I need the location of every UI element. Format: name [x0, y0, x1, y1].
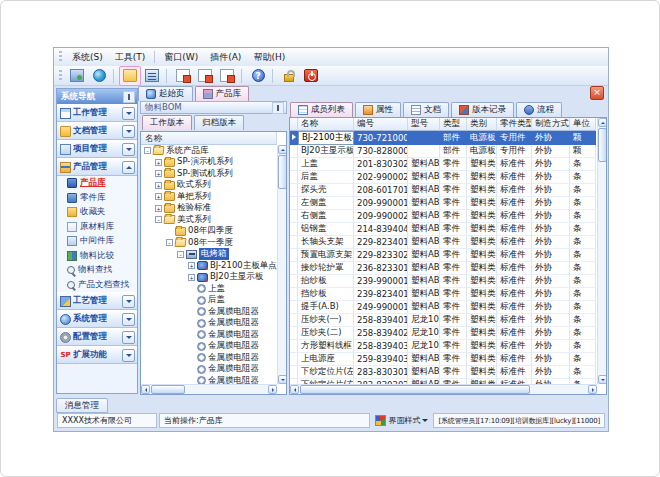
toolbar-button[interactable] [278, 66, 300, 86]
toolbar-button[interactable] [241, 69, 244, 83]
table-row[interactable]: 挡纱板 239-823401-00X 塑料ABS 零件 塑料类 标准件 外协 条 [290, 288, 596, 301]
member-panel-tab[interactable]: 属性 [355, 102, 401, 117]
table-row[interactable]: 压纱夹(二) 258-839402-00X 尼龙1010 零件 塑料类 标准件 … [290, 327, 596, 340]
column-header-category[interactable]: 类别 [467, 118, 497, 131]
bom-version-tab[interactable]: 归档版本 [194, 115, 244, 130]
document-tab[interactable]: 起始页 [138, 86, 193, 101]
scroll-left-icon[interactable] [141, 385, 150, 394]
column-header-mfg[interactable]: 制造方式 [532, 118, 570, 131]
scroll-up-icon[interactable] [598, 118, 607, 127]
scroll-left-icon[interactable] [290, 385, 299, 394]
tree-expander-icon[interactable]: + [155, 182, 162, 189]
tree-item[interactable]: - 电烤箱 [141, 249, 277, 261]
table-horizontal-scrollbar[interactable] [290, 384, 597, 394]
sidebar-group-bar[interactable]: SP 扩展功能 [57, 346, 137, 364]
table-row[interactable]: 上电源座 259-839403-00X 塑料ABS 零件 塑料类 标准件 外协 … [290, 353, 596, 366]
tree-expander-icon[interactable]: - [177, 251, 184, 258]
table-row[interactable]: 预置电源支架 229-823302-00X 塑料ABS 零件 塑料类 标准件 外… [290, 249, 596, 262]
message-tab[interactable]: 消息管理 [56, 398, 108, 413]
chevron-down-icon[interactable] [122, 143, 135, 156]
chevron-down-icon[interactable] [122, 313, 135, 326]
sidebar-item[interactable]: 原材料库 [57, 220, 137, 235]
column-header-unit[interactable]: 单位 [570, 118, 596, 131]
column-header-type[interactable]: 类型 [440, 118, 467, 131]
column-header-name[interactable]: 名称 [298, 118, 354, 131]
column-header-part-type[interactable]: 零件类型 [497, 118, 532, 131]
tree-expander-icon[interactable]: - [166, 239, 173, 246]
toolbar-button[interactable] [166, 69, 169, 83]
tree-item[interactable]: + SP-测试机系列 [141, 168, 277, 180]
scroll-down-icon[interactable] [598, 375, 607, 384]
sidebar-group-bar[interactable]: 文档管理 [57, 122, 137, 140]
tree-column-header[interactable]: 名称 [141, 132, 277, 145]
tree-item[interactable]: 金属膜电阻器 [141, 329, 277, 341]
menu-window[interactable]: 窗口(W) [158, 49, 204, 66]
tree-vertical-scrollbar[interactable] [277, 145, 286, 384]
toolbar-button[interactable] [141, 66, 163, 86]
member-panel-tab[interactable]: 流程 [516, 102, 562, 117]
sidebar-item[interactable]: 物料比较 [57, 249, 137, 264]
menu-help[interactable]: 帮助(H) [247, 49, 291, 66]
tree-item[interactable]: - 08年一季度 [141, 237, 277, 249]
sidebar-group-bar[interactable]: 工艺管理 [57, 292, 137, 310]
table-row[interactable]: 右侧盖 209-990002-01X 塑料ABS 零件 塑料类 标准件 外协 条 [290, 210, 596, 223]
tree-expander-icon[interactable]: + [155, 159, 162, 166]
tree-item[interactable]: 金属膜电阻器 [141, 364, 277, 376]
sidebar-item[interactable]: 产品库 [57, 176, 137, 191]
tree-item[interactable]: + 单把系列 [141, 191, 277, 203]
toolbar-button[interactable] [66, 66, 88, 86]
sidebar-group-bar[interactable]: 配置管理 [57, 328, 137, 346]
sidebar-item[interactable]: 产品文档查找 [57, 278, 137, 293]
table-row[interactable]: 压纱夹(一) 258-839401-00X 尼龙1010 零件 塑料类 标准件 … [290, 314, 596, 327]
chevron-down-icon[interactable] [122, 349, 135, 362]
table-row[interactable]: 下纱定位片(左) 283-830301-00X 塑料ABS 零件 塑料类 标准件… [290, 366, 596, 379]
column-header-code[interactable]: 编号 [354, 118, 408, 131]
toolbar-button[interactable] [300, 66, 322, 86]
toolbar-button[interactable] [194, 66, 216, 86]
tree-item[interactable]: - 美式系列 [141, 214, 277, 226]
member-panel-tab[interactable]: 版本记录 [451, 102, 514, 117]
sidebar-item[interactable]: 中间件库 [57, 234, 137, 249]
table-row[interactable]: 抬纱板 239-990001-01X 塑料ABS 零件 塑料类 标准件 外协 条 [290, 275, 596, 288]
scrollbar-thumb[interactable] [300, 385, 530, 394]
tree-item[interactable]: + 欧式系列 [141, 180, 277, 192]
table-row[interactable]: 上盖 201-830302-00X 塑料ABS 零件 塑料类 标准件 外协 条 [290, 158, 596, 171]
menu-system[interactable]: 系统(S) [66, 49, 109, 66]
tree-expander-icon[interactable]: - [144, 147, 151, 154]
toolbar-button[interactable] [119, 66, 141, 86]
scrollbar-thumb[interactable] [598, 128, 607, 162]
toolbar-button[interactable] [216, 66, 238, 86]
scroll-right-icon[interactable] [268, 385, 277, 394]
toolbar-button[interactable] [88, 66, 110, 86]
scroll-up-icon[interactable] [278, 145, 287, 154]
tree-item[interactable]: - 系统产品库 [141, 145, 277, 157]
scrollbar-thumb[interactable] [278, 155, 287, 189]
tree-item[interactable]: 金属膜电阻器 [141, 318, 277, 330]
table-row[interactable]: 后盖 202-990002-01X 塑料ABS 零件 塑料类 标准件 外协 条 [290, 171, 596, 184]
tree-expander-icon[interactable]: + [188, 262, 195, 269]
tree-expander-icon[interactable]: + [188, 274, 195, 281]
chevron-down-icon[interactable] [122, 331, 135, 344]
menu-tools[interactable]: 工具(T) [109, 49, 152, 66]
sidebar-item[interactable]: 收藏夹 [57, 205, 137, 220]
table-row[interactable]: 长轴头支架 229-823401-00X 塑料ABS 零件 塑料类 标准件 外协… [290, 236, 596, 249]
toolbar-button[interactable] [272, 69, 275, 83]
table-row[interactable]: 方形塑料线框 258-839403-00X 尼龙1010 零件 塑料类 标准件 … [290, 340, 596, 353]
chevron-down-icon[interactable] [122, 107, 135, 120]
tree-expander-icon[interactable]: + [155, 205, 162, 212]
table-row[interactable]: 铝钢盖 214-839404-01X 塑料ABS 零件 塑料类 标准件 外协 条 [290, 223, 596, 236]
table-row[interactable]: BJ-2100主板单点 730-721000-12X 部件 电源板 专用件 外协… [290, 131, 596, 145]
sidebar-group-bar[interactable]: 产品管理 [57, 158, 137, 176]
pin-icon[interactable] [272, 102, 284, 114]
tree-item[interactable]: 金属膜电阻器 [141, 352, 277, 364]
table-row[interactable]: BJ20主显示板 730-828000-04X 部件 电源板 专用件 外协 颗 [290, 145, 596, 158]
toolbar-button[interactable] [247, 66, 269, 86]
tree-expander-icon[interactable]: + [155, 193, 162, 200]
tree-item[interactable]: 金属膜电阻器 [141, 306, 277, 318]
member-panel-tab[interactable]: 文档 [403, 102, 449, 117]
table-row[interactable]: 提手(A.B) 249-990001-01X 塑料ABS 零件 塑料类 标准件 … [290, 301, 596, 314]
scrollbar-thumb[interactable] [151, 385, 185, 394]
tree-item[interactable]: 后盖 [141, 295, 277, 307]
tree-expander-icon[interactable]: + [155, 170, 162, 177]
ui-style-button[interactable]: 界面样式 [372, 413, 431, 428]
